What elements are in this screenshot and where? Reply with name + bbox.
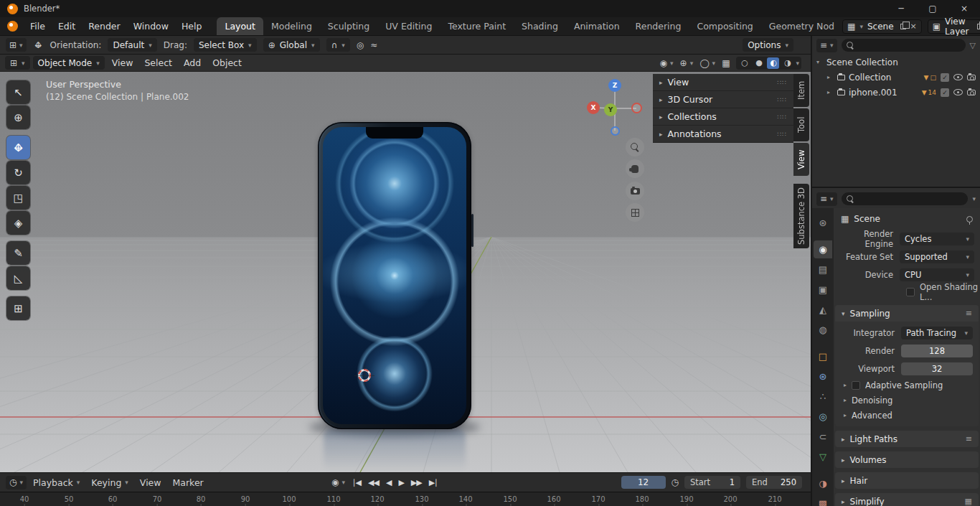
chevron-down-icon[interactable]: ▾: [796, 60, 799, 67]
object-visibility-dropdown[interactable]: ◉▾: [660, 58, 674, 68]
maximize-button[interactable]: ▢: [917, 0, 948, 17]
viewport-samples-field[interactable]: 32: [901, 362, 973, 375]
play-reverse-button[interactable]: ◀: [386, 478, 391, 487]
workspace-tab-shading[interactable]: Shading: [514, 17, 566, 35]
current-frame-field[interactable]: 12: [621, 476, 666, 489]
workspace-tab-texture-paint[interactable]: Texture Paint: [440, 17, 514, 35]
shading-material-button[interactable]: ◐: [767, 57, 779, 69]
timeline-editor-type-button[interactable]: ◷ ▾: [6, 476, 27, 489]
panel-3d-cursor[interactable]: ▸3D Cursor∷∷: [653, 91, 793, 108]
end-frame-field[interactable]: End250: [746, 476, 802, 489]
viewport-3d[interactable]: ⊞ ▾ Object Mode ▾ View Select Add Object…: [0, 55, 811, 472]
gizmo-z-axis[interactable]: Z: [608, 79, 621, 92]
viewport-menu-add[interactable]: Add: [179, 57, 205, 68]
select-box-tool[interactable]: ↖: [6, 80, 30, 104]
filter-icon[interactable]: ▽: [970, 41, 976, 50]
timeline-menu-keying[interactable]: Keying▾: [86, 477, 133, 488]
timeline-menu-playback[interactable]: Playback▾: [28, 477, 85, 488]
menu-render[interactable]: Render: [82, 17, 127, 35]
tab-object[interactable]: □: [814, 347, 832, 365]
tab-scene[interactable]: ◭: [814, 301, 832, 319]
orthographic-toggle-button[interactable]: [626, 203, 644, 222]
workspace-tab-rendering[interactable]: Rendering: [628, 17, 689, 35]
next-keyframe-button[interactable]: ▶▶: [411, 478, 422, 487]
disable-render-camera-icon[interactable]: [967, 90, 976, 95]
scene-selector[interactable]: ▦ ▾ Scene ×: [842, 19, 922, 34]
annotate-tool[interactable]: ✎: [6, 241, 30, 265]
outliner-editor-type-button[interactable]: ≡ ▾: [816, 39, 837, 52]
simplify-section-header[interactable]: ▸ Simplify ▦: [835, 493, 979, 506]
pan-button[interactable]: [626, 159, 644, 178]
osl-checkbox[interactable]: [906, 288, 915, 296]
falloff-icon[interactable]: ≈: [370, 40, 377, 50]
grip-icon[interactable]: ∷∷: [778, 79, 787, 86]
move-tool[interactable]: ↔↕: [6, 136, 30, 159]
light-paths-section-header[interactable]: ▸ Light Paths ≡: [835, 431, 979, 447]
denoising-row[interactable]: ▸ Denoising: [835, 393, 979, 408]
panel-menu-icon[interactable]: ≡: [966, 309, 972, 318]
prev-keyframe-button[interactable]: ◀◀: [368, 478, 379, 487]
disable-render-camera-icon[interactable]: [967, 75, 976, 80]
overlays-dropdown[interactable]: ◯▾: [699, 58, 715, 68]
grip-icon[interactable]: ∷∷: [778, 113, 787, 121]
properties-editor-type-button[interactable]: ≡ ▾: [816, 192, 837, 206]
viewport-menu-view[interactable]: View: [108, 57, 138, 68]
workspace-tab-compositing[interactable]: Compositing: [689, 17, 760, 35]
preview-range-clock-icon[interactable]: ◷: [672, 477, 679, 487]
tab-material[interactable]: ◑: [814, 474, 832, 492]
sampling-section-header[interactable]: ▾ Sampling ≡: [835, 305, 979, 322]
rotate-tool[interactable]: ↻: [6, 161, 30, 184]
tab-output[interactable]: ▤: [814, 261, 832, 278]
shading-wireframe-button[interactable]: ○: [738, 57, 750, 69]
integrator-dropdown[interactable]: Path Tracing▾: [901, 327, 973, 339]
tab-constraints[interactable]: ⊂: [814, 428, 832, 446]
xray-toggle[interactable]: ▦: [722, 58, 730, 68]
new-scene-icon[interactable]: [900, 24, 906, 29]
proportional-edit-icon[interactable]: ◎: [357, 40, 364, 50]
jump-to-end-button[interactable]: ▶∣: [429, 478, 438, 487]
simplify-grid-icon[interactable]: ▦: [965, 497, 972, 506]
grip-icon[interactable]: ∷∷: [778, 131, 787, 138]
sidebar-tab-tool[interactable]: Tool: [793, 108, 809, 141]
sidebar-tab-item[interactable]: Item: [793, 74, 809, 107]
view-layer-selector[interactable]: ▣ View Layer ×: [928, 19, 980, 34]
render-engine-dropdown[interactable]: Cycles▾: [900, 233, 974, 245]
panel-collections[interactable]: ▸Collections∷∷: [653, 108, 793, 126]
menu-edit[interactable]: Edit: [52, 17, 82, 35]
play-button[interactable]: ▶: [398, 478, 403, 487]
tab-view-layer[interactable]: ▣: [814, 281, 832, 299]
gizmo-x-axis[interactable]: X: [587, 101, 600, 114]
viewport-editor-type-button[interactable]: ⊞ ▾: [5, 56, 30, 70]
auto-keying-toggle[interactable]: ◉▾: [331, 477, 345, 487]
shading-rendered-button[interactable]: ◑: [781, 57, 793, 69]
options-dropdown[interactable]: Options ▾: [743, 38, 793, 52]
editor-type-button[interactable]: ⊞ ▾: [6, 38, 27, 52]
advanced-row[interactable]: ▸ Advanced: [835, 408, 979, 423]
viewport-menu-object[interactable]: Object: [208, 57, 246, 68]
drag-dropdown[interactable]: Select Box ▾: [194, 38, 257, 52]
timeline-ruler[interactable]: 40 50 60 70 80 90 100 110 120 130 140 15…: [0, 492, 811, 506]
workspace-tab-uv-editing[interactable]: UV Editing: [377, 17, 440, 35]
measure-tool[interactable]: ◺: [6, 266, 30, 290]
outliner-row-collection[interactable]: ▸ Collection ▼□ ✓: [812, 70, 980, 85]
minimize-button[interactable]: ─: [885, 0, 917, 17]
panel-view[interactable]: ▸View∷∷: [653, 74, 793, 91]
tab-object-data[interactable]: ▽: [814, 448, 832, 466]
chevron-right-icon[interactable]: ▸: [827, 74, 834, 80]
transform-pivot-dropdown[interactable]: ⊕ Global ▾: [263, 38, 320, 52]
pin-icon[interactable]: [966, 216, 973, 222]
feature-set-dropdown[interactable]: Supported▾: [900, 250, 974, 263]
chevron-down-icon[interactable]: ▾: [816, 59, 823, 65]
scale-tool[interactable]: ◳: [6, 186, 30, 210]
workspace-tab-layout[interactable]: Layout: [217, 17, 263, 35]
tab-particles[interactable]: ∴: [814, 388, 832, 406]
gizmo-y-axis[interactable]: Y: [604, 103, 617, 116]
tab-render[interactable]: ◉: [814, 240, 832, 258]
camera-view-button[interactable]: [626, 182, 644, 200]
zoom-button[interactable]: [626, 138, 644, 156]
navigation-gizmo[interactable]: Z X Y: [586, 75, 644, 141]
close-button[interactable]: ×: [948, 0, 980, 17]
timeline-menu-view[interactable]: View: [135, 477, 166, 488]
menu-file[interactable]: File: [24, 17, 52, 35]
render-samples-field[interactable]: 128: [901, 345, 973, 357]
